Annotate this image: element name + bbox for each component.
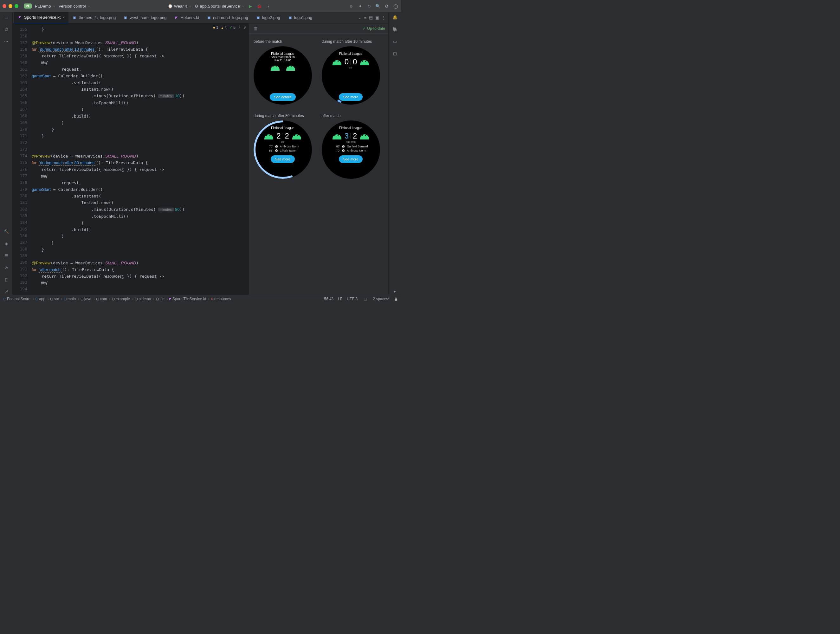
breadcrumb-item[interactable]: pldemo	[135, 297, 155, 301]
tab-logo2[interactable]: logo2.png	[252, 12, 284, 24]
problems-icon[interactable]: ⊘	[3, 264, 9, 271]
preview-label: during match after 10 minutes	[322, 39, 384, 44]
debug-icon[interactable]: 🐞	[256, 3, 262, 9]
see-more-button[interactable]: See more	[339, 93, 363, 101]
list-view-icon[interactable]: ≡	[364, 15, 366, 20]
see-more-button[interactable]: See details	[270, 93, 296, 101]
watch-preview[interactable]: Fictional League 22 80'70'Ambrose Norm55…	[254, 120, 312, 179]
breadcrumb-item[interactable]: java	[81, 297, 95, 301]
vcs-dropdown[interactable]: Version control	[58, 4, 90, 9]
run-config-dropdown[interactable]: ⚙ app.SportsTileService	[195, 4, 245, 9]
more-tools-icon[interactable]: ⋯	[3, 38, 9, 44]
breadcrumbs[interactable]: FootballScore app src main java com exam…	[3, 297, 321, 301]
status-bar: FootballScore app src main java com exam…	[0, 295, 401, 302]
watch-preview[interactable]: Fictional LeagueBack road StadiumJun 21,…	[254, 46, 312, 104]
terminal-icon[interactable]: ⌷	[3, 277, 9, 283]
more-icon[interactable]: ⋮	[265, 3, 271, 9]
prev-highlight-icon[interactable]: ∧	[238, 25, 241, 30]
breadcrumb-item[interactable]: tile	[156, 297, 168, 301]
image-file-icon	[288, 16, 292, 20]
indent-setting[interactable]: 2 spaces*	[373, 297, 390, 301]
code-with-me-icon[interactable]: ⎋	[348, 3, 354, 9]
left-tool-rail: ▭ ⌬ ⋯ 🔨 ◈ ☰ ⊘ ⌷ ⎇	[0, 12, 13, 295]
project-tool-icon[interactable]: ▭	[3, 14, 9, 20]
see-more-button[interactable]: See more	[271, 155, 295, 163]
tab-themes-logo[interactable]: themes_fc_logo.png	[68, 12, 120, 24]
tab-options-icon[interactable]: ⋮	[382, 15, 386, 20]
account-icon[interactable]: ◯	[393, 3, 398, 9]
line-gutter: 155 156 157 158 159 160 161 162 163 164 …	[13, 24, 32, 295]
image-file-icon	[256, 16, 260, 20]
preview-label: during match after 80 minutes	[254, 114, 316, 118]
run-icon[interactable]: ▶	[248, 3, 253, 9]
tile-preview-panel: ▥ Up-to-date before the matchFictional L…	[249, 24, 388, 295]
breadcrumb-item[interactable]: src	[50, 297, 62, 301]
services-icon[interactable]: ☰	[3, 252, 9, 259]
readonly-toggle-icon[interactable]: ▢	[362, 296, 368, 302]
editor-tabs: SportsTileService.kt× themes_fc_logo.png…	[13, 12, 388, 24]
build-tool-icon[interactable]: 🔨	[3, 228, 9, 235]
project-dropdown[interactable]: PLDemo	[35, 4, 55, 9]
search-icon[interactable]: 🔍	[375, 3, 381, 9]
breadcrumb-item[interactable]: com	[96, 297, 111, 301]
image-file-icon	[123, 16, 128, 20]
file-encoding[interactable]: UTF-8	[347, 297, 358, 301]
lock-icon[interactable]	[394, 297, 398, 301]
tab-helpers[interactable]: Helpers.kt	[171, 12, 203, 24]
inspection-widget[interactable]: 1 4 5 ∧ ∨	[213, 25, 246, 30]
tab-westham-logo[interactable]: west_ham_logo.png	[120, 12, 170, 24]
image-file-icon	[207, 16, 211, 20]
preview-layout-icon[interactable]: ▥	[252, 25, 259, 32]
breadcrumb-item[interactable]: SportsTileService.kt	[169, 297, 210, 301]
gradle-icon[interactable]: 🐘	[392, 26, 398, 32]
watch-preview[interactable]: Fictional League 00 10'See more	[322, 46, 380, 104]
code-editor[interactable]: 155 156 157 158 159 160 161 162 163 164 …	[13, 24, 249, 295]
tab-sportstileservice[interactable]: SportsTileService.kt×	[14, 12, 68, 24]
caret-position[interactable]: 56:43	[324, 297, 333, 301]
preview-label: before the match	[254, 39, 316, 44]
breadcrumb-item[interactable]: example	[112, 297, 133, 301]
kotlin-file-icon	[174, 16, 179, 20]
structure-tool-icon[interactable]: ⌬	[3, 26, 9, 32]
preview-mode-icon[interactable]: ▣	[375, 15, 379, 20]
ai-assistant-icon[interactable]: ✦	[392, 288, 398, 295]
reader-mode-icon[interactable]: ▤	[369, 15, 373, 20]
breadcrumb-item[interactable]: resources	[211, 297, 233, 301]
error-count[interactable]: 1	[213, 25, 218, 30]
see-more-button[interactable]: See more	[339, 155, 363, 163]
tab-logo1[interactable]: logo1.png	[284, 12, 316, 24]
right-tool-rail: 🔔 🐘 ▭ ▢ ✦	[388, 12, 401, 295]
tab-richmond-logo[interactable]: richmond_logo.png	[203, 12, 252, 24]
preview-status: Up-to-date	[363, 26, 385, 31]
breadcrumb-item[interactable]: FootballScore	[3, 297, 34, 301]
code-area[interactable]: } @Preview(device = WearDevices.SMALL_RO…	[32, 24, 249, 295]
vcs-tool-icon[interactable]: ⎇	[3, 288, 9, 295]
project-badge: PL	[24, 3, 32, 9]
weak-warning-count[interactable]: 5	[229, 25, 235, 30]
line-separator[interactable]: LF	[338, 297, 342, 301]
next-highlight-icon[interactable]: ∨	[243, 25, 246, 30]
breadcrumb-item[interactable]: app	[35, 297, 49, 301]
close-icon[interactable]: ×	[62, 15, 65, 20]
window-controls[interactable]	[3, 4, 18, 8]
kotlin-file-icon	[18, 15, 22, 20]
image-file-icon	[72, 16, 77, 20]
device-manager-icon[interactable]: ▭	[392, 38, 398, 44]
emulator-icon[interactable]: ▢	[392, 50, 398, 57]
tabs-dropdown-icon[interactable]: ⌄	[358, 15, 362, 20]
notifications-icon[interactable]: 🔔	[392, 14, 398, 20]
updates-icon[interactable]: ✦	[357, 3, 363, 9]
bookmarks-icon[interactable]: ◈	[3, 240, 9, 247]
breadcrumb-item[interactable]: main	[64, 297, 79, 301]
settings-icon[interactable]: ⚙	[384, 3, 390, 9]
main-toolbar: PL PLDemo Version control ⌚ Wear 4 ⚙ app…	[0, 0, 401, 12]
watch-preview[interactable]: Fictional League 32 Full-time85'Garfield…	[322, 120, 380, 179]
preview-label: after match	[322, 114, 384, 118]
device-dropdown[interactable]: ⌚ Wear 4	[168, 4, 192, 9]
warning-count[interactable]: 4	[221, 25, 227, 30]
sync-icon[interactable]: ↻	[366, 3, 372, 9]
